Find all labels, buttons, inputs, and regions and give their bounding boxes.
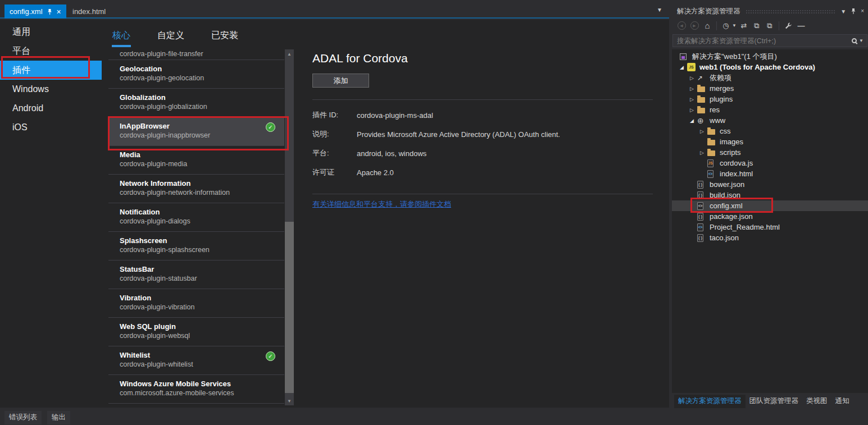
tree-item-project-web1[interactable]: ◢ JS web1 (Tools for Apache Cordova): [672, 62, 868, 72]
search-icon[interactable]: [852, 38, 857, 43]
editor-tab-config-xml[interactable]: config.xml ×: [4, 4, 66, 19]
tab-custom[interactable]: 自定义: [153, 28, 188, 47]
plugin-item-splashscreen[interactable]: Splashscreen cordova-plugin-splashscreen: [108, 232, 284, 261]
tab-installed[interactable]: 已安装: [207, 28, 242, 47]
window-position-dropdown-icon[interactable]: ▼: [840, 8, 846, 15]
plugin-item-azure-mobile-services[interactable]: Windows Azure Mobile Services com.micros…: [108, 375, 284, 404]
editor-tab-label: index.html: [72, 7, 106, 16]
plugin-item-inappbrowser[interactable]: InAppBrowser cordova-plugin-inappbrowser…: [108, 117, 284, 146]
tab-solution-explorer[interactable]: 解决方案资源管理器: [674, 395, 746, 408]
field-label-plugin-id: 插件 ID:: [312, 110, 357, 120]
scroll-up-icon[interactable]: ▲: [285, 49, 294, 58]
installed-check-icon: ✓: [266, 351, 275, 361]
tree-item-res[interactable]: ▷ res: [672, 104, 868, 115]
solution-search-box[interactable]: ▼: [672, 34, 867, 47]
home-icon[interactable]: ⌂: [702, 20, 713, 31]
tree-item-scripts[interactable]: ▷ scripts: [672, 147, 868, 158]
collapsed-arrow-icon[interactable]: ▷: [690, 75, 697, 81]
plugin-item-websql[interactable]: Web SQL plugin cordova-plugin-websql: [108, 318, 284, 346]
tree-item-dependencies[interactable]: ▷ ↗ 依赖项: [672, 72, 868, 83]
tree-item-images[interactable]: images: [672, 136, 868, 147]
tree-item-taco-json[interactable]: { } taco.json: [672, 232, 868, 243]
show-all-files-icon[interactable]: ⧉: [764, 20, 775, 31]
tab-notifications[interactable]: 通知: [831, 395, 853, 408]
panel-title: 解决方案资源管理器: [677, 7, 740, 16]
expanded-arrow-icon[interactable]: ◢: [690, 118, 697, 124]
plugin-item-statusbar[interactable]: StatusBar cordova-plugin-statusbar: [108, 261, 284, 289]
tab-core[interactable]: 核心: [108, 28, 134, 47]
pending-changes-filter-icon[interactable]: ◷: [720, 20, 731, 31]
close-icon[interactable]: ×: [57, 8, 61, 15]
search-input[interactable]: [673, 37, 852, 45]
category-ios[interactable]: iOS: [0, 118, 102, 137]
field-label-description: 说明:: [312, 129, 357, 139]
category-windows[interactable]: Windows: [0, 80, 102, 99]
json-file-icon: { }: [697, 212, 707, 221]
xml-file-icon: <>: [697, 202, 707, 211]
collapsed-arrow-icon[interactable]: ▷: [690, 97, 697, 102]
filter-dropdown-icon[interactable]: ▼: [732, 23, 737, 28]
tab-list-dropdown-icon[interactable]: ▼: [657, 7, 662, 13]
plugin-item-network-information[interactable]: Network Information cordova-plugin-netwo…: [108, 175, 284, 203]
plugin-list-scrollbar[interactable]: ▲ ▼: [285, 49, 294, 405]
plugin-item-vibration[interactable]: Vibration cordova-plugin-vibration: [108, 289, 284, 318]
plugin-item-whitelist[interactable]: Whitelist cordova-plugin-whitelist ✓: [108, 346, 284, 375]
plugin-name: Network Information: [120, 179, 276, 188]
search-options-dropdown-icon[interactable]: ▼: [859, 38, 864, 43]
plugin-docs-link[interactable]: 有关详细信息和平台支持，请参阅插件文档: [312, 199, 451, 209]
tree-item-cordova-js[interactable]: JS cordova.js: [672, 158, 868, 168]
solution-explorer-bottom-tabs: 解决方案资源管理器 团队资源管理器 类视图 通知: [674, 395, 853, 408]
category-plugins[interactable]: 插件: [0, 61, 102, 80]
globe-icon: ⊕: [697, 116, 707, 125]
expanded-arrow-icon[interactable]: ◢: [680, 65, 687, 70]
folder-icon: [697, 84, 707, 93]
sync-with-active-document-icon[interactable]: ⇄: [738, 20, 749, 31]
toolbar-separator: [716, 21, 717, 30]
tree-item-css[interactable]: ▷ css: [672, 126, 868, 136]
add-plugin-button[interactable]: 添加: [312, 74, 369, 88]
field-value-description: Provides Microsoft Azure Active Director…: [357, 130, 560, 139]
tree-item-merges[interactable]: ▷ merges: [672, 83, 868, 94]
collapsed-arrow-icon[interactable]: ▷: [700, 150, 707, 156]
back-button-icon[interactable]: ◀: [676, 20, 687, 31]
preview-selected-items-icon[interactable]: —: [796, 20, 807, 31]
tab-class-view[interactable]: 类视图: [802, 395, 831, 408]
html-file-icon: <>: [707, 170, 717, 179]
tab-output[interactable]: 输出: [47, 411, 70, 424]
tab-error-list[interactable]: 错误列表: [4, 411, 42, 424]
tree-item-solution[interactable]: 解决方案"web1"(1 个项目): [672, 51, 868, 62]
tree-item-config-xml[interactable]: <> config.xml: [672, 200, 868, 211]
close-icon[interactable]: ×: [861, 8, 864, 15]
category-platform[interactable]: 平台: [0, 42, 102, 61]
tab-team-explorer[interactable]: 团队资源管理器: [746, 395, 803, 408]
tree-item-plugins[interactable]: ▷ plugins: [672, 94, 868, 104]
category-common[interactable]: 通用: [0, 22, 102, 42]
plugin-item-file-transfer[interactable]: cordova-plugin-file-transfer: [108, 49, 284, 60]
pin-icon[interactable]: [47, 8, 53, 15]
plugin-item-globalization[interactable]: Globalization cordova-plugin-globalizati…: [108, 89, 284, 117]
tree-item-index-html[interactable]: <> index.html: [672, 168, 868, 179]
collapsed-arrow-icon[interactable]: ▷: [700, 129, 707, 134]
plugin-item-notification[interactable]: Notification cordova-plugin-dialogs: [108, 203, 284, 232]
scrollbar-thumb[interactable]: [285, 222, 294, 393]
folder-icon: [707, 127, 717, 136]
forward-button-icon[interactable]: ▶: [689, 20, 700, 31]
tree-item-package-json[interactable]: { } package.json: [672, 211, 868, 222]
tree-item-bower-json[interactable]: { } bower.json: [672, 179, 868, 190]
tree-item-build-json[interactable]: { } build.json: [672, 190, 868, 200]
plugin-item-geolocation[interactable]: Geolocation cordova-plugin-geolocation: [108, 60, 284, 89]
scroll-down-icon[interactable]: ▼: [285, 396, 294, 405]
panel-title-bar[interactable]: 解决方案资源管理器 ▼ ×: [672, 5, 868, 17]
tree-item-project-readme-html[interactable]: <> Project_Readme.html: [672, 222, 868, 232]
properties-wrench-icon[interactable]: [783, 20, 794, 31]
tree-item-www[interactable]: ◢ ⊕ www: [672, 115, 868, 126]
category-android[interactable]: Android: [0, 99, 102, 118]
pin-icon[interactable]: [850, 8, 857, 15]
collapsed-arrow-icon[interactable]: ▷: [690, 86, 697, 92]
editor-tab-strip: config.xml × index.html ▼: [0, 0, 669, 19]
plugin-item-media[interactable]: Media cordova-plugin-media: [108, 146, 284, 175]
collapsed-arrow-icon[interactable]: ▷: [690, 107, 697, 113]
editor-tab-index-html[interactable]: index.html: [67, 4, 111, 19]
solution-tree: 解决方案"web1"(1 个项目) ◢ JS web1 (Tools for A…: [672, 49, 868, 393]
collapse-all-icon[interactable]: ⧉: [751, 20, 762, 31]
